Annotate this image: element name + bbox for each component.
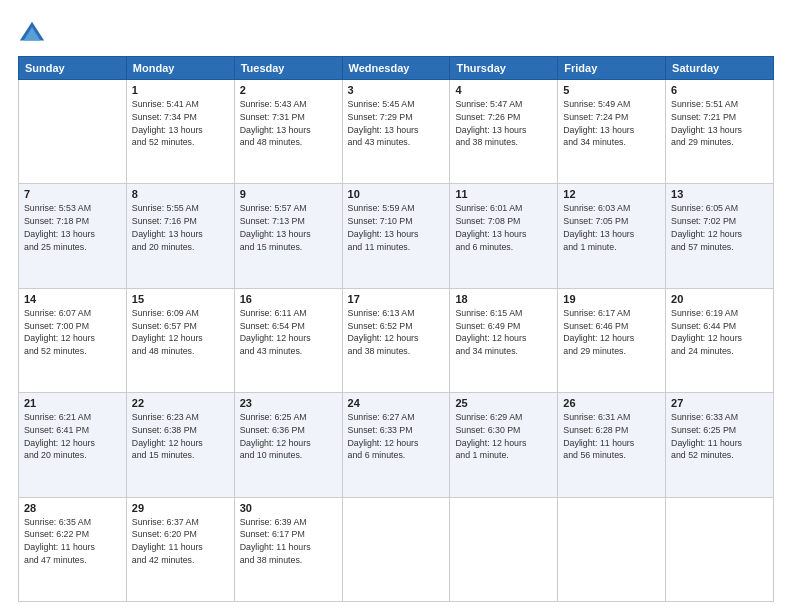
day-info: Sunrise: 6:29 AMSunset: 6:30 PMDaylight:… (455, 411, 552, 462)
calendar-cell: 18Sunrise: 6:15 AMSunset: 6:49 PMDayligh… (450, 288, 558, 392)
day-info: Sunrise: 6:25 AMSunset: 6:36 PMDaylight:… (240, 411, 337, 462)
calendar-cell: 9Sunrise: 5:57 AMSunset: 7:13 PMDaylight… (234, 184, 342, 288)
day-info: Sunrise: 6:19 AMSunset: 6:44 PMDaylight:… (671, 307, 768, 358)
day-info: Sunrise: 6:31 AMSunset: 6:28 PMDaylight:… (563, 411, 660, 462)
day-number: 19 (563, 293, 660, 305)
calendar-cell: 5Sunrise: 5:49 AMSunset: 7:24 PMDaylight… (558, 80, 666, 184)
calendar-cell: 11Sunrise: 6:01 AMSunset: 7:08 PMDayligh… (450, 184, 558, 288)
day-number: 20 (671, 293, 768, 305)
day-info: Sunrise: 5:59 AMSunset: 7:10 PMDaylight:… (348, 202, 445, 253)
day-info: Sunrise: 5:57 AMSunset: 7:13 PMDaylight:… (240, 202, 337, 253)
day-number: 29 (132, 502, 229, 514)
day-number: 8 (132, 188, 229, 200)
day-info: Sunrise: 6:35 AMSunset: 6:22 PMDaylight:… (24, 516, 121, 567)
day-info: Sunrise: 6:13 AMSunset: 6:52 PMDaylight:… (348, 307, 445, 358)
day-number: 1 (132, 84, 229, 96)
calendar-cell: 16Sunrise: 6:11 AMSunset: 6:54 PMDayligh… (234, 288, 342, 392)
calendar-cell: 4Sunrise: 5:47 AMSunset: 7:26 PMDaylight… (450, 80, 558, 184)
day-info: Sunrise: 6:17 AMSunset: 6:46 PMDaylight:… (563, 307, 660, 358)
day-number: 14 (24, 293, 121, 305)
calendar-cell: 28Sunrise: 6:35 AMSunset: 6:22 PMDayligh… (19, 497, 127, 601)
day-info: Sunrise: 6:39 AMSunset: 6:17 PMDaylight:… (240, 516, 337, 567)
col-header-tuesday: Tuesday (234, 57, 342, 80)
calendar-cell (666, 497, 774, 601)
calendar-cell: 7Sunrise: 5:53 AMSunset: 7:18 PMDaylight… (19, 184, 127, 288)
col-header-monday: Monday (126, 57, 234, 80)
calendar-cell: 29Sunrise: 6:37 AMSunset: 6:20 PMDayligh… (126, 497, 234, 601)
calendar-cell: 1Sunrise: 5:41 AMSunset: 7:34 PMDaylight… (126, 80, 234, 184)
calendar-cell: 10Sunrise: 5:59 AMSunset: 7:10 PMDayligh… (342, 184, 450, 288)
col-header-thursday: Thursday (450, 57, 558, 80)
calendar-cell: 27Sunrise: 6:33 AMSunset: 6:25 PMDayligh… (666, 393, 774, 497)
calendar-cell: 8Sunrise: 5:55 AMSunset: 7:16 PMDaylight… (126, 184, 234, 288)
calendar-cell (19, 80, 127, 184)
calendar-cell: 19Sunrise: 6:17 AMSunset: 6:46 PMDayligh… (558, 288, 666, 392)
day-info: Sunrise: 5:53 AMSunset: 7:18 PMDaylight:… (24, 202, 121, 253)
calendar-cell (342, 497, 450, 601)
calendar-table: SundayMondayTuesdayWednesdayThursdayFrid… (18, 56, 774, 602)
day-number: 6 (671, 84, 768, 96)
day-info: Sunrise: 5:43 AMSunset: 7:31 PMDaylight:… (240, 98, 337, 149)
week-row-3: 14Sunrise: 6:07 AMSunset: 7:00 PMDayligh… (19, 288, 774, 392)
logo-icon (18, 18, 46, 46)
calendar-cell: 15Sunrise: 6:09 AMSunset: 6:57 PMDayligh… (126, 288, 234, 392)
col-header-saturday: Saturday (666, 57, 774, 80)
day-number: 13 (671, 188, 768, 200)
day-info: Sunrise: 6:05 AMSunset: 7:02 PMDaylight:… (671, 202, 768, 253)
day-info: Sunrise: 5:51 AMSunset: 7:21 PMDaylight:… (671, 98, 768, 149)
header (18, 18, 774, 46)
week-row-2: 7Sunrise: 5:53 AMSunset: 7:18 PMDaylight… (19, 184, 774, 288)
day-number: 4 (455, 84, 552, 96)
day-number: 10 (348, 188, 445, 200)
col-header-wednesday: Wednesday (342, 57, 450, 80)
col-header-sunday: Sunday (19, 57, 127, 80)
day-info: Sunrise: 6:33 AMSunset: 6:25 PMDaylight:… (671, 411, 768, 462)
day-number: 28 (24, 502, 121, 514)
day-info: Sunrise: 6:27 AMSunset: 6:33 PMDaylight:… (348, 411, 445, 462)
day-number: 16 (240, 293, 337, 305)
day-number: 9 (240, 188, 337, 200)
col-header-friday: Friday (558, 57, 666, 80)
day-number: 7 (24, 188, 121, 200)
day-info: Sunrise: 6:21 AMSunset: 6:41 PMDaylight:… (24, 411, 121, 462)
day-info: Sunrise: 5:55 AMSunset: 7:16 PMDaylight:… (132, 202, 229, 253)
calendar-cell: 21Sunrise: 6:21 AMSunset: 6:41 PMDayligh… (19, 393, 127, 497)
calendar-cell: 14Sunrise: 6:07 AMSunset: 7:00 PMDayligh… (19, 288, 127, 392)
day-info: Sunrise: 6:11 AMSunset: 6:54 PMDaylight:… (240, 307, 337, 358)
calendar-cell: 2Sunrise: 5:43 AMSunset: 7:31 PMDaylight… (234, 80, 342, 184)
day-number: 27 (671, 397, 768, 409)
day-number: 18 (455, 293, 552, 305)
page: SundayMondayTuesdayWednesdayThursdayFrid… (0, 0, 792, 612)
day-number: 5 (563, 84, 660, 96)
calendar-cell: 13Sunrise: 6:05 AMSunset: 7:02 PMDayligh… (666, 184, 774, 288)
calendar-cell: 20Sunrise: 6:19 AMSunset: 6:44 PMDayligh… (666, 288, 774, 392)
calendar-cell: 30Sunrise: 6:39 AMSunset: 6:17 PMDayligh… (234, 497, 342, 601)
day-info: Sunrise: 6:07 AMSunset: 7:00 PMDaylight:… (24, 307, 121, 358)
day-info: Sunrise: 6:23 AMSunset: 6:38 PMDaylight:… (132, 411, 229, 462)
calendar-cell: 25Sunrise: 6:29 AMSunset: 6:30 PMDayligh… (450, 393, 558, 497)
day-info: Sunrise: 6:37 AMSunset: 6:20 PMDaylight:… (132, 516, 229, 567)
calendar-cell (558, 497, 666, 601)
calendar-cell: 24Sunrise: 6:27 AMSunset: 6:33 PMDayligh… (342, 393, 450, 497)
day-number: 22 (132, 397, 229, 409)
day-info: Sunrise: 6:03 AMSunset: 7:05 PMDaylight:… (563, 202, 660, 253)
day-number: 15 (132, 293, 229, 305)
calendar-cell: 22Sunrise: 6:23 AMSunset: 6:38 PMDayligh… (126, 393, 234, 497)
week-row-4: 21Sunrise: 6:21 AMSunset: 6:41 PMDayligh… (19, 393, 774, 497)
logo (18, 18, 50, 46)
calendar-cell: 12Sunrise: 6:03 AMSunset: 7:05 PMDayligh… (558, 184, 666, 288)
day-number: 26 (563, 397, 660, 409)
calendar-cell: 23Sunrise: 6:25 AMSunset: 6:36 PMDayligh… (234, 393, 342, 497)
day-number: 25 (455, 397, 552, 409)
week-row-1: 1Sunrise: 5:41 AMSunset: 7:34 PMDaylight… (19, 80, 774, 184)
day-number: 24 (348, 397, 445, 409)
calendar-cell: 3Sunrise: 5:45 AMSunset: 7:29 PMDaylight… (342, 80, 450, 184)
day-info: Sunrise: 5:45 AMSunset: 7:29 PMDaylight:… (348, 98, 445, 149)
day-info: Sunrise: 6:09 AMSunset: 6:57 PMDaylight:… (132, 307, 229, 358)
day-info: Sunrise: 5:47 AMSunset: 7:26 PMDaylight:… (455, 98, 552, 149)
day-info: Sunrise: 5:41 AMSunset: 7:34 PMDaylight:… (132, 98, 229, 149)
calendar-cell (450, 497, 558, 601)
calendar-header-row: SundayMondayTuesdayWednesdayThursdayFrid… (19, 57, 774, 80)
calendar-cell: 26Sunrise: 6:31 AMSunset: 6:28 PMDayligh… (558, 393, 666, 497)
day-info: Sunrise: 6:15 AMSunset: 6:49 PMDaylight:… (455, 307, 552, 358)
